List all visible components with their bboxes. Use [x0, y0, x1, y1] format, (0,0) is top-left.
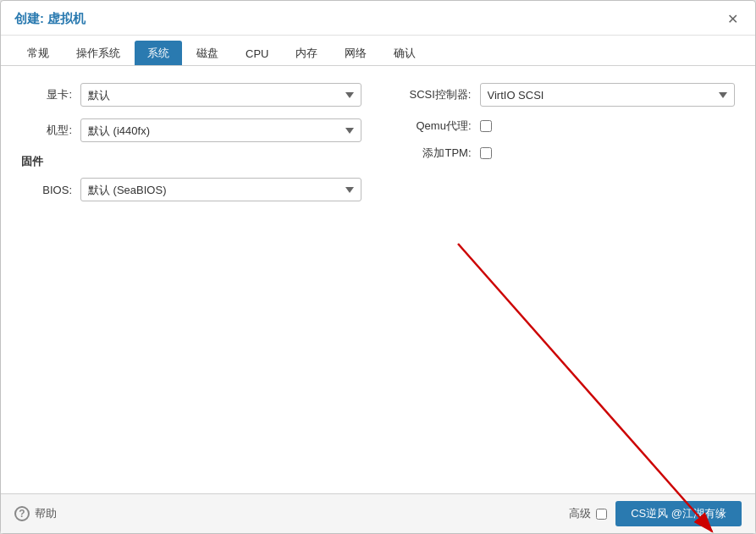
title-bar: 创建: 虚拟机 ✕ [1, 1, 755, 36]
arrow-indicator [373, 227, 737, 534]
machine-label: 机型: [21, 123, 72, 138]
content-area: 显卡: 默认 机型: 默认 (i440fx) 固件 BIOS: 默认 (SeaB… [1, 66, 755, 493]
tab-os[interactable]: 操作系统 [63, 41, 133, 65]
left-column: 显卡: 默认 机型: 默认 (i440fx) 固件 BIOS: 默认 (SeaB… [21, 83, 361, 213]
form-section: 显卡: 默认 机型: 默认 (i440fx) 固件 BIOS: 默认 (SeaB… [21, 83, 735, 213]
scsi-label: SCSI控制器: [395, 87, 472, 102]
tab-system[interactable]: 系统 [135, 41, 182, 65]
help-label: 帮助 [35, 506, 57, 521]
bios-select[interactable]: 默认 (SeaBIOS) [80, 178, 361, 201]
help-icon: ? [14, 506, 30, 521]
advanced-section: 高级 [569, 506, 607, 521]
help-section[interactable]: ? 帮助 [14, 506, 57, 521]
display-select[interactable]: 默认 [80, 83, 361, 107]
advanced-label: 高级 [569, 506, 591, 521]
bios-label: BIOS: [21, 184, 72, 196]
machine-row: 机型: 默认 (i440fx) [21, 118, 361, 142]
qemu-checkbox-container [480, 120, 492, 132]
firmware-heading: 固件 [21, 154, 361, 169]
tpm-label: 添加TPM: [395, 146, 472, 161]
scsi-row: SCSI控制器: VirtIO SCSI [395, 83, 736, 107]
display-row: 显卡: 默认 [21, 83, 361, 107]
tab-disk[interactable]: 磁盘 [184, 41, 231, 65]
display-label: 显卡: [21, 87, 72, 102]
tpm-checkbox-container [480, 147, 492, 159]
machine-select[interactable]: 默认 (i440fx) [80, 118, 361, 142]
tabs-bar: 常规 操作系统 系统 磁盘 CPU 内存 网络 确认 [1, 36, 755, 66]
tab-network[interactable]: 网络 [332, 41, 379, 65]
close-button[interactable]: ✕ [723, 9, 742, 28]
scsi-select[interactable]: VirtIO SCSI [480, 83, 736, 107]
tab-general[interactable]: 常规 [14, 41, 62, 65]
dialog: 创建: 虚拟机 ✕ 常规 操作系统 系统 磁盘 CPU 内存 网络 确认 显卡:… [0, 0, 756, 534]
qemu-label: Qemu代理: [395, 118, 472, 134]
tpm-row: 添加TPM: [395, 146, 736, 161]
tab-confirm[interactable]: 确认 [381, 41, 428, 65]
tab-memory[interactable]: 内存 [283, 41, 330, 65]
right-column: SCSI控制器: VirtIO SCSI Qemu代理: 添加TPM: [395, 83, 736, 213]
svg-line-1 [458, 244, 712, 531]
qemu-row: Qemu代理: [395, 118, 736, 134]
tab-cpu[interactable]: CPU [233, 42, 281, 64]
bios-row: BIOS: 默认 (SeaBIOS) [21, 178, 361, 201]
footer-right: 高级 CS逆风 @江湖有缘 [569, 501, 742, 526]
advanced-checkbox[interactable] [596, 509, 607, 520]
qemu-checkbox[interactable] [480, 120, 492, 132]
footer: ? 帮助 高级 CS逆风 @江湖有缘 [1, 493, 755, 533]
next-button[interactable]: CS逆风 @江湖有缘 [615, 501, 742, 526]
dialog-title: 创建: 虚拟机 [14, 11, 86, 27]
tpm-checkbox[interactable] [480, 147, 492, 159]
